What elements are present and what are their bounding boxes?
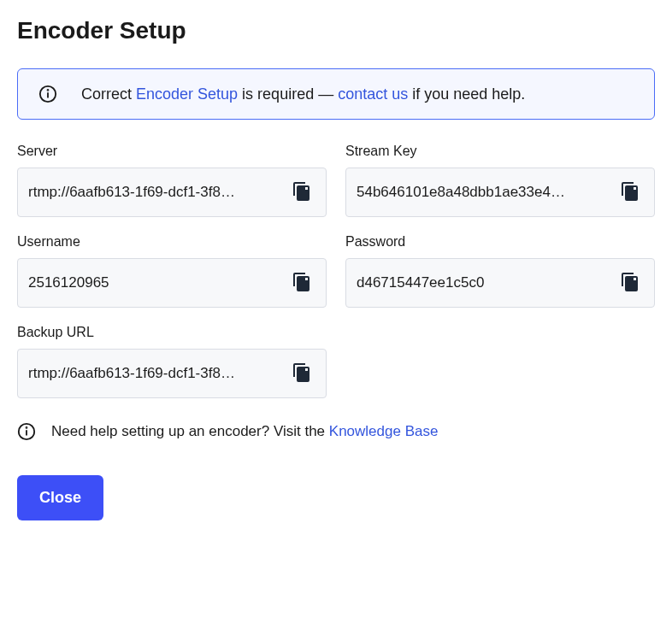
svg-point-5 [27,427,27,428]
username-label: Username [17,234,327,250]
copy-icon [620,181,640,204]
copy-backup-url-button[interactable] [288,359,315,389]
password-field: Password d46715447ee1c5c0 [345,234,655,308]
server-value[interactable]: rtmp://6aafb613-1f69-dcf1-3f8… [28,184,281,201]
help-prefix: Need help setting up an encoder? Visit t… [51,423,329,439]
copy-icon [292,362,312,385]
copy-stream-key-button[interactable] [616,178,644,208]
server-label: Server [17,144,327,159]
copy-server-button[interactable] [288,178,315,208]
stream-key-value[interactable]: 54b646101e8a48dbb1ae33e4… [357,184,610,201]
info-icon [17,422,36,441]
password-value[interactable]: d46715447ee1c5c0 [357,274,610,291]
copy-icon [292,272,312,295]
banner-text: Correct [81,85,136,103]
info-icon [38,85,57,103]
copy-icon [620,272,640,295]
copy-icon [292,181,312,204]
page-title: Encoder Setup [17,17,655,44]
help-text: Need help setting up an encoder? Visit t… [51,423,438,440]
stream-key-label: Stream Key [345,144,655,159]
stream-key-input-wrap: 54b646101e8a48dbb1ae33e4… [345,168,655,217]
svg-point-2 [48,90,49,91]
backup-url-value[interactable]: rtmp://6aafb613-1f69-dcf1-3f8… [28,365,281,382]
backup-url-input-wrap: rtmp://6aafb613-1f69-dcf1-3f8… [17,349,327,398]
backup-url-field: Backup URL rtmp://6aafb613-1f69-dcf1-3f8… [17,325,327,398]
knowledge-base-link[interactable]: Knowledge Base [329,423,439,439]
password-label: Password [345,234,655,250]
help-row: Need help setting up an encoder? Visit t… [17,422,655,441]
server-input-wrap: rtmp://6aafb613-1f69-dcf1-3f8… [17,168,327,217]
fields-grid: Server rtmp://6aafb613-1f69-dcf1-3f8… St… [17,144,655,398]
info-banner-message: Correct Encoder Setup is required — cont… [81,85,525,103]
copy-password-button[interactable] [616,268,644,298]
contact-us-link[interactable]: contact us [338,85,408,103]
password-input-wrap: d46715447ee1c5c0 [345,258,655,308]
info-banner: Correct Encoder Setup is required — cont… [17,68,655,120]
close-button[interactable]: Close [17,475,103,520]
backup-url-label: Backup URL [17,325,327,340]
banner-text: is required — [238,85,338,103]
encoder-setup-link[interactable]: Encoder Setup [136,85,238,103]
stream-key-field: Stream Key 54b646101e8a48dbb1ae33e4… [345,144,655,217]
username-value[interactable]: 2516120965 [28,274,281,291]
username-field: Username 2516120965 [17,234,327,308]
server-field: Server rtmp://6aafb613-1f69-dcf1-3f8… [17,144,327,217]
copy-username-button[interactable] [288,268,315,298]
username-input-wrap: 2516120965 [17,258,327,308]
banner-text: if you need help. [408,85,525,103]
